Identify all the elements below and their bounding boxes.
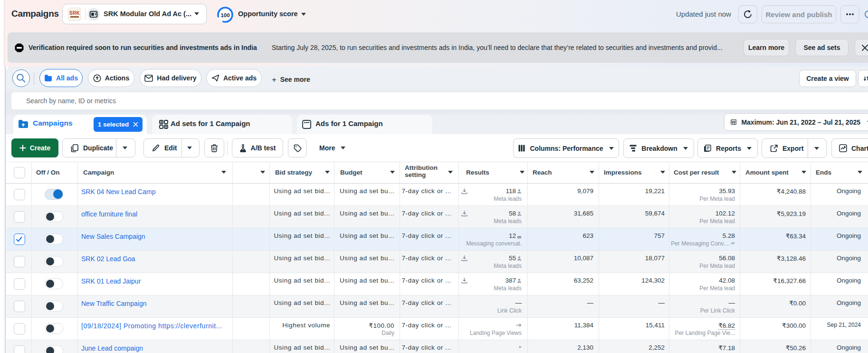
svg-text:100: 100 [220,12,229,18]
